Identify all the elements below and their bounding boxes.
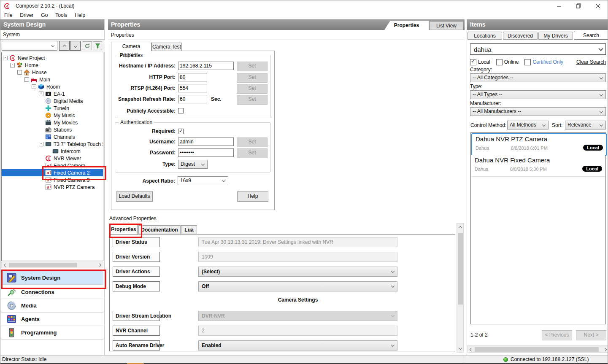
scroll-right-arrow[interactable] [97, 262, 103, 268]
move-down-button[interactable] [70, 41, 81, 51]
expand-icon[interactable]: + [39, 92, 43, 96]
tree-horizontal-scrollbar[interactable] [1, 262, 103, 268]
tree-item-ea1[interactable]: +1EA-1 [2, 90, 103, 97]
nav-agents[interactable]: Agents [1, 313, 103, 326]
nav-connections[interactable]: Connections [1, 286, 103, 299]
rtsp-port-input[interactable] [178, 84, 207, 92]
clear-search-link[interactable]: Clear Search [576, 59, 606, 65]
http-port-input[interactable] [178, 73, 207, 81]
debug-mode-dropdown[interactable]: Off [198, 281, 397, 291]
tab-my-drivers[interactable]: My Drivers [538, 32, 573, 40]
collapse-icon[interactable]: - [17, 70, 22, 75]
next-button[interactable]: Next > [576, 330, 606, 340]
tab-search[interactable]: Search [574, 31, 608, 40]
help-button[interactable]: Help [237, 191, 268, 202]
load-defaults-button[interactable]: Load Defaults [116, 191, 153, 202]
tree-item-intercom[interactable]: Intercom [2, 148, 103, 155]
restore-button[interactable] [569, 0, 588, 11]
minimize-button[interactable] [549, 0, 569, 11]
set-hostname-button[interactable]: Set [237, 62, 268, 71]
sort-dropdown[interactable]: Relevance [565, 121, 606, 129]
tree-item-stations[interactable]: Stations [2, 126, 103, 133]
tab-lua[interactable]: Lua [181, 225, 197, 234]
tree-item-nvr-ptz-camera[interactable]: a!NVR PTZ Camera [2, 183, 103, 191]
driver-search-input[interactable] [473, 45, 597, 54]
tree-item-channels[interactable]: Channels [2, 133, 103, 140]
scroll-left-arrow[interactable] [2, 262, 8, 268]
scroll-down-arrow[interactable] [457, 345, 463, 352]
refresh-button[interactable] [83, 41, 92, 50]
tree-item-fixed-camera-2-selected[interactable]: a!Fixed Camera 2 [2, 169, 103, 176]
set-rtsp-port-button[interactable]: Set [237, 84, 268, 94]
tab-camera-properties[interactable]: Camera Properties [111, 42, 151, 51]
view-tab-properties[interactable]: Properties [384, 21, 429, 30]
tab-camera-test[interactable]: Camera Test [151, 43, 182, 51]
aspect-ratio-dropdown[interactable]: 16x9 [178, 176, 228, 185]
online-checkbox[interactable] [496, 59, 503, 65]
menu-file[interactable]: File [0, 12, 16, 18]
scroll-right-arrow[interactable] [602, 346, 608, 353]
menu-help[interactable]: Help [71, 12, 89, 18]
result-dahua-nvr-fixed-camera[interactable]: Dahua NVR Fixed Camera Dahua 8/8/2018 5:… [471, 155, 605, 177]
category-dropdown[interactable]: -- All Categories -- [470, 73, 606, 82]
scroll-left-arrow[interactable] [467, 346, 474, 353]
scroll-up-arrow[interactable] [457, 224, 463, 230]
tree-item-nvr-viewer[interactable]: 4NVR Viewer [2, 155, 103, 162]
certified-only-checkbox[interactable] [524, 59, 531, 65]
tree-item-room[interactable]: -Room [2, 83, 103, 90]
auto-rename-driver-dropdown[interactable]: Enabled [198, 340, 397, 351]
required-checkbox[interactable] [178, 129, 184, 134]
tree-item-house[interactable]: -House [2, 69, 103, 76]
tab-advanced-properties[interactable]: Properties [110, 224, 138, 234]
control-method-dropdown[interactable]: All Methods [507, 121, 549, 129]
tree-item-digital-media[interactable]: Digital Media [2, 97, 103, 105]
password-input[interactable] [178, 148, 234, 157]
menu-tools[interactable]: Tools [51, 12, 71, 18]
tab-discovered[interactable]: Discovered [503, 32, 538, 40]
nav-media[interactable]: Media [1, 299, 103, 313]
nav-programming[interactable]: Programming [1, 326, 103, 340]
collapse-icon[interactable]: - [32, 84, 36, 89]
collapse-icon[interactable]: - [3, 56, 8, 60]
scrollbar-thumb[interactable] [458, 233, 463, 305]
tree-item-t3-touchscreen[interactable]: -T3 7" Tabletop Touch S [2, 140, 103, 148]
collapse-icon[interactable]: - [39, 142, 43, 146]
nav-system-design[interactable]: System Design [1, 271, 103, 285]
result-dahua-nvr-ptz-camera[interactable]: Dahua NVR PTZ Camera Dahua 8/8/2018 6:01… [471, 133, 607, 156]
collapse-icon[interactable]: - [10, 63, 15, 67]
snapshot-rate-input[interactable] [178, 95, 207, 103]
driver-search-combobox[interactable] [470, 43, 606, 55]
driver-actions-dropdown[interactable]: (Select) [198, 267, 397, 277]
tab-documentation[interactable]: Documentation [138, 225, 181, 234]
items-horizontal-scrollbar[interactable] [467, 345, 608, 353]
username-input[interactable] [178, 138, 234, 146]
tab-locations[interactable]: Locations [467, 32, 502, 40]
menu-driver[interactable]: Driver [16, 12, 37, 18]
menu-go[interactable]: Go [37, 12, 51, 18]
auth-type-dropdown[interactable]: Digest [178, 160, 208, 169]
type-dropdown[interactable]: -- All Types -- [470, 90, 606, 99]
set-username-button[interactable]: Set [237, 138, 268, 147]
set-password-button[interactable]: Set [237, 148, 268, 158]
set-snapshot-rate-button[interactable]: Set [237, 95, 268, 105]
tree-item-fixed-camera-3[interactable]: a!Fixed Camera 3 [2, 176, 103, 183]
tree-item-new-project[interactable]: -4New Project [2, 54, 103, 62]
tree-item-tunein[interactable]: TuneIn [2, 105, 103, 112]
scrollbar-thumb[interactable] [9, 263, 77, 267]
view-tab-list-view[interactable]: List View [430, 22, 463, 30]
tree-item-my-music[interactable]: My Music [2, 112, 103, 119]
scrollbar-thumb[interactable] [475, 347, 599, 352]
chevron-down-icon[interactable] [598, 46, 603, 51]
tree-item-my-movies[interactable]: My Movies [2, 119, 103, 126]
previous-button[interactable]: < Previous [542, 330, 572, 340]
local-checkbox[interactable] [470, 59, 476, 65]
tree-item-fixed-camera[interactable]: a!Fixed Camera [2, 162, 103, 169]
close-button[interactable] [588, 0, 608, 11]
set-http-port-button[interactable]: Set [237, 73, 268, 83]
tree-item-main[interactable]: -Main [2, 76, 103, 83]
tree-item-home[interactable]: -Home [2, 62, 103, 69]
tree-filter-combobox[interactable] [2, 41, 57, 51]
hostname-input[interactable] [178, 62, 234, 70]
filter-button[interactable] [93, 41, 102, 50]
move-up-button[interactable] [59, 41, 70, 51]
